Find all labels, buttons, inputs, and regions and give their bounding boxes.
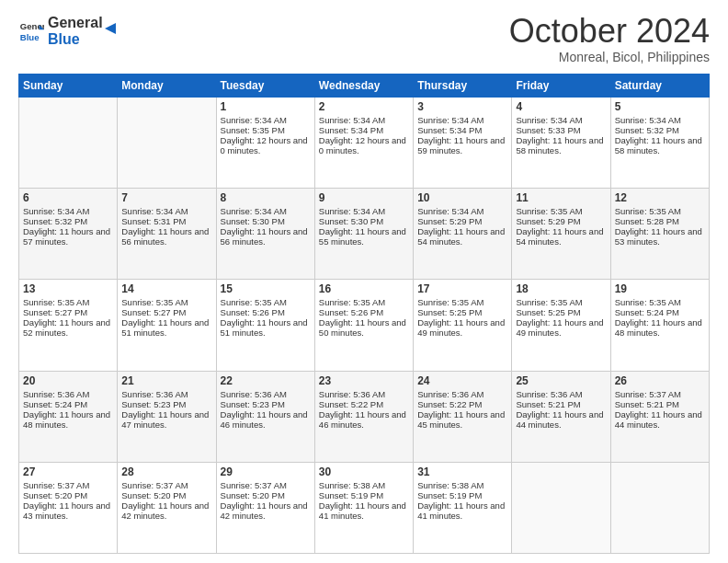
day-number: 29 — [221, 465, 311, 478]
col-sunday: Sunday — [19, 75, 118, 98]
day-number: 17 — [417, 282, 507, 295]
calendar-week-4: 20Sunrise: 5:36 AMSunset: 5:24 PMDayligh… — [19, 371, 710, 462]
daylight-text: Daylight: 11 hours and 44 minutes. — [615, 409, 705, 430]
sunrise-text: Sunrise: 5:34 AM — [121, 206, 211, 216]
calendar-cell-w3d7: 19Sunrise: 5:35 AMSunset: 5:24 PMDayligh… — [610, 280, 709, 371]
daylight-text: Daylight: 11 hours and 56 minutes. — [121, 226, 211, 247]
sunrise-text: Sunrise: 5:34 AM — [221, 115, 311, 125]
calendar-cell-w1d5: 3Sunrise: 5:34 AMSunset: 5:34 PMDaylight… — [414, 98, 512, 189]
daylight-text: Daylight: 11 hours and 46 minutes. — [319, 409, 409, 430]
col-saturday: Saturday — [610, 75, 709, 98]
day-number: 1 — [221, 100, 311, 113]
sunrise-text: Sunrise: 5:36 AM — [516, 389, 606, 399]
calendar-cell-w3d5: 17Sunrise: 5:35 AMSunset: 5:25 PMDayligh… — [414, 280, 512, 371]
calendar-cell-w2d6: 11Sunrise: 5:35 AMSunset: 5:29 PMDayligh… — [512, 189, 610, 280]
daylight-text: Daylight: 11 hours and 42 minutes. — [121, 500, 211, 521]
sunset-text: Sunset: 5:26 PM — [221, 307, 311, 317]
sunrise-text: Sunrise: 5:36 AM — [23, 389, 113, 399]
sunset-text: Sunset: 5:25 PM — [516, 307, 606, 317]
day-number: 16 — [319, 282, 409, 295]
logo-icon: General Blue — [18, 18, 44, 44]
calendar-cell-w4d7: 26Sunrise: 5:37 AMSunset: 5:21 PMDayligh… — [610, 371, 709, 462]
day-number: 11 — [516, 191, 606, 204]
sunrise-text: Sunrise: 5:35 AM — [23, 297, 113, 307]
daylight-text: Daylight: 11 hours and 41 minutes. — [319, 500, 409, 521]
daylight-text: Daylight: 11 hours and 44 minutes. — [516, 409, 606, 430]
daylight-text: Daylight: 11 hours and 48 minutes. — [23, 409, 113, 430]
calendar-cell-w2d5: 10Sunrise: 5:34 AMSunset: 5:29 PMDayligh… — [414, 189, 512, 280]
daylight-text: Daylight: 11 hours and 43 minutes. — [23, 500, 113, 521]
sunrise-text: Sunrise: 5:35 AM — [319, 297, 409, 307]
calendar-cell-w5d2: 28Sunrise: 5:37 AMSunset: 5:20 PMDayligh… — [118, 462, 216, 553]
logo-arrow-icon — [103, 19, 121, 38]
sunrise-text: Sunrise: 5:35 AM — [516, 206, 606, 216]
calendar-cell-w5d5: 31Sunrise: 5:38 AMSunset: 5:19 PMDayligh… — [414, 462, 512, 553]
logo-general: General — [48, 15, 103, 31]
calendar-cell-w3d3: 15Sunrise: 5:35 AMSunset: 5:26 PMDayligh… — [216, 280, 314, 371]
calendar-week-3: 13Sunrise: 5:35 AMSunset: 5:27 PMDayligh… — [19, 280, 710, 371]
sunset-text: Sunset: 5:23 PM — [121, 399, 211, 409]
sunrise-text: Sunrise: 5:36 AM — [221, 389, 311, 399]
sunset-text: Sunset: 5:27 PM — [121, 307, 211, 317]
calendar-cell-w4d5: 24Sunrise: 5:36 AMSunset: 5:22 PMDayligh… — [414, 371, 512, 462]
calendar-cell-w2d1: 6Sunrise: 5:34 AMSunset: 5:32 PMDaylight… — [19, 189, 118, 280]
logo-blue: Blue — [48, 31, 103, 48]
sunset-text: Sunset: 5:35 PM — [221, 125, 311, 135]
day-number: 20 — [23, 374, 113, 387]
sunset-text: Sunset: 5:29 PM — [516, 216, 606, 226]
calendar-table: Sunday Monday Tuesday Wednesday Thursday… — [18, 74, 710, 554]
title-block: October 2024 Monreal, Bicol, Philippines — [509, 15, 710, 64]
calendar-week-5: 27Sunrise: 5:37 AMSunset: 5:20 PMDayligh… — [19, 462, 710, 553]
sunset-text: Sunset: 5:33 PM — [516, 125, 606, 135]
calendar-cell-w2d4: 9Sunrise: 5:34 AMSunset: 5:30 PMDaylight… — [314, 189, 413, 280]
calendar-week-1: 1Sunrise: 5:34 AMSunset: 5:35 PMDaylight… — [19, 98, 710, 189]
day-number: 10 — [417, 191, 507, 204]
sunrise-text: Sunrise: 5:34 AM — [221, 206, 311, 216]
day-number: 18 — [516, 282, 606, 295]
sunset-text: Sunset: 5:34 PM — [319, 125, 409, 135]
sunset-text: Sunset: 5:31 PM — [121, 216, 211, 226]
sunrise-text: Sunrise: 5:35 AM — [221, 297, 311, 307]
daylight-text: Daylight: 11 hours and 50 minutes. — [319, 317, 409, 338]
sunset-text: Sunset: 5:21 PM — [615, 399, 705, 409]
calendar-cell-w4d6: 25Sunrise: 5:36 AMSunset: 5:21 PMDayligh… — [512, 371, 610, 462]
sunset-text: Sunset: 5:32 PM — [615, 125, 705, 135]
daylight-text: Daylight: 11 hours and 54 minutes. — [417, 226, 507, 247]
day-number: 28 — [121, 465, 211, 478]
daylight-text: Daylight: 11 hours and 51 minutes. — [121, 317, 211, 338]
daylight-text: Daylight: 12 hours and 0 minutes. — [221, 135, 311, 155]
calendar-cell-w4d3: 22Sunrise: 5:36 AMSunset: 5:23 PMDayligh… — [216, 371, 314, 462]
calendar-cell-w5d3: 29Sunrise: 5:37 AMSunset: 5:20 PMDayligh… — [216, 462, 314, 553]
day-number: 21 — [121, 374, 211, 387]
col-monday: Monday — [118, 75, 216, 98]
calendar-cell-w1d4: 2Sunrise: 5:34 AMSunset: 5:34 PMDaylight… — [314, 98, 413, 189]
sunset-text: Sunset: 5:23 PM — [221, 399, 311, 409]
sunset-text: Sunset: 5:24 PM — [23, 399, 113, 409]
daylight-text: Daylight: 11 hours and 53 minutes. — [615, 226, 705, 247]
sunset-text: Sunset: 5:29 PM — [417, 216, 507, 226]
day-number: 2 — [319, 100, 409, 113]
sunrise-text: Sunrise: 5:35 AM — [417, 297, 507, 307]
sunset-text: Sunset: 5:22 PM — [417, 399, 507, 409]
calendar-cell-w3d6: 18Sunrise: 5:35 AMSunset: 5:25 PMDayligh… — [512, 280, 610, 371]
daylight-text: Daylight: 11 hours and 51 minutes. — [221, 317, 311, 338]
day-number: 14 — [121, 282, 211, 295]
calendar-cell-w3d2: 14Sunrise: 5:35 AMSunset: 5:27 PMDayligh… — [118, 280, 216, 371]
day-number: 25 — [516, 374, 606, 387]
day-number: 7 — [121, 191, 211, 204]
sunset-text: Sunset: 5:20 PM — [221, 490, 311, 500]
calendar-cell-w3d4: 16Sunrise: 5:35 AMSunset: 5:26 PMDayligh… — [314, 280, 413, 371]
sunset-text: Sunset: 5:34 PM — [417, 125, 507, 135]
daylight-text: Daylight: 11 hours and 46 minutes. — [221, 409, 311, 430]
col-wednesday: Wednesday — [314, 75, 413, 98]
day-number: 4 — [516, 100, 606, 113]
day-number: 3 — [417, 100, 507, 113]
calendar-cell-w2d3: 8Sunrise: 5:34 AMSunset: 5:30 PMDaylight… — [216, 189, 314, 280]
day-number: 9 — [319, 191, 409, 204]
sunrise-text: Sunrise: 5:37 AM — [23, 480, 113, 490]
sunset-text: Sunset: 5:26 PM — [319, 307, 409, 317]
calendar-cell-w5d1: 27Sunrise: 5:37 AMSunset: 5:20 PMDayligh… — [19, 462, 118, 553]
sunrise-text: Sunrise: 5:34 AM — [23, 206, 113, 216]
sunset-text: Sunset: 5:20 PM — [23, 490, 113, 500]
sunset-text: Sunset: 5:28 PM — [615, 216, 705, 226]
